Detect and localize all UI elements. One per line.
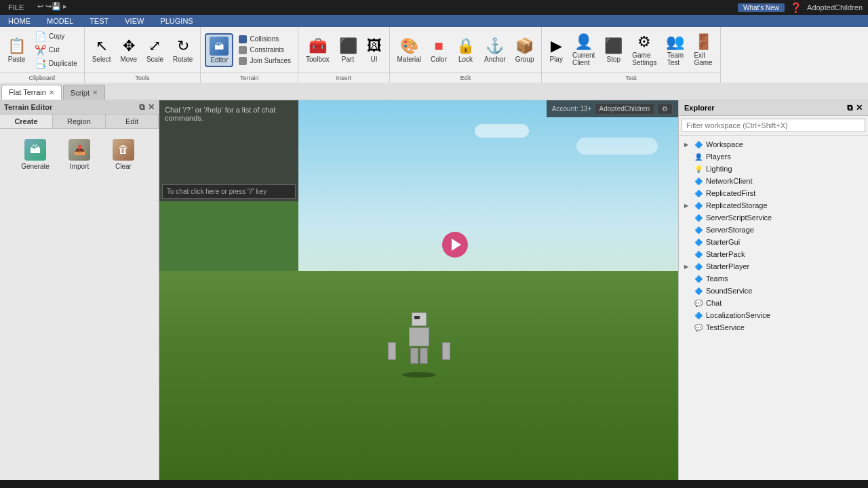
team-test-button[interactable]: 👥Team Test: [663, 31, 688, 68]
constraints-button[interactable]: Constraints: [236, 45, 294, 55]
character-head: [412, 312, 427, 326]
viewport-settings-btn[interactable]: ⚙: [657, 103, 673, 115]
import-label: Import: [70, 163, 89, 170]
tab-script[interactable]: Script ✕: [63, 85, 105, 100]
account-label: Account: 13+: [552, 105, 592, 113]
tree-item-localizationservice[interactable]: 🔷 LocalizationService: [679, 309, 868, 321]
tree-item-players[interactable]: 👤 Players: [679, 150, 868, 163]
tree-item-starterpack[interactable]: 🔷 StarterPack: [679, 248, 868, 260]
ribbon-tab-view[interactable]: VIEW: [117, 15, 152, 27]
chat-panel: Chat '/?'' or '/help' for a list of chat…: [159, 100, 298, 201]
ribbon-group-edit: 🎨Material ■Color 🔒Lock ⚓Anchor 📦Group Ed…: [390, 27, 542, 83]
username-label: AdoptedChildren: [807, 3, 863, 12]
ribbon-tab-plugins[interactable]: PLUGINS: [152, 15, 201, 27]
chat-messages: Chat '/?'' or '/help' for a list of chat…: [159, 100, 298, 182]
ribbon-tab-model[interactable]: MODEL: [39, 15, 81, 27]
terrain-tab-create[interactable]: Create: [0, 115, 53, 128]
color-button[interactable]: ■Color: [427, 35, 450, 65]
panel-float-icon[interactable]: ⧉: [139, 102, 145, 112]
chat-input[interactable]: To chat click here or press "/" key: [162, 184, 296, 199]
ribbon-tabs: HOME MODEL TEST VIEW PLUGINS: [0, 15, 868, 27]
explorer-close-icon[interactable]: ✕: [856, 103, 863, 113]
tab-flat-terrain[interactable]: Flat Terrain ✕: [1, 85, 62, 100]
current-client-button[interactable]: 👤Current Client: [569, 31, 598, 68]
duplicate-button[interactable]: 📑Duplicate: [32, 58, 80, 70]
explorer-float-icon[interactable]: ⧉: [847, 103, 853, 113]
terrain-tab-edit[interactable]: Edit: [106, 115, 159, 128]
tree-item-networkclient[interactable]: 🔷 NetworkClient: [679, 175, 868, 187]
terrain-tab-region[interactable]: Region: [53, 115, 106, 128]
clear-tool-button[interactable]: 🗑 Clear: [105, 136, 142, 174]
chat-hint: Chat '/?'' or '/help' for a list of chat…: [165, 106, 275, 122]
ribbon-group-clipboard: 📋 Paste 📄Copy ✂️Cut 📑Duplicate Clipboard: [0, 27, 85, 83]
tree-item-testservice[interactable]: 💬 TestService: [679, 321, 868, 333]
terrain-tools-row: 🏔 Generate 📥 Import 🗑 Clear: [7, 136, 152, 174]
ribbon: HOME MODEL TEST VIEW PLUGINS 📋 Paste 📄Co…: [0, 15, 868, 83]
select-button[interactable]: ↖Select: [89, 35, 115, 65]
chat-icon: 💬: [694, 298, 703, 308]
anchor-button[interactable]: ⚓Anchor: [481, 35, 509, 65]
viewport[interactable]: Chat '/?'' or '/help' for a list of chat…: [159, 100, 678, 480]
game-settings-button[interactable]: ⚙Game Settings: [629, 31, 660, 68]
scale-button[interactable]: ⤢Scale: [143, 35, 167, 65]
import-tool-button[interactable]: 📥 Import: [61, 136, 98, 174]
quick-access[interactable]: ↩ ↪💾 ▸: [37, 2, 67, 13]
tabs-row: Flat Terrain ✕ Script ✕: [0, 83, 868, 100]
paste-button[interactable]: 📋 Paste: [4, 35, 29, 65]
tab-close-script[interactable]: ✕: [92, 89, 98, 96]
join-surfaces-button[interactable]: Join Surfaces: [236, 56, 294, 66]
tree-item-chat[interactable]: 💬 Chat: [679, 297, 868, 309]
tree-item-replicatedfirst[interactable]: 🔷 ReplicatedFirst: [679, 187, 868, 199]
character-arm-right: [442, 342, 450, 360]
generate-tool-button[interactable]: 🏔 Generate: [17, 136, 54, 174]
copy-button[interactable]: 📄Copy: [32, 30, 80, 43]
workspace-icon: 🔷: [694, 140, 703, 149]
group-button[interactable]: 📦Group: [512, 35, 538, 65]
material-button[interactable]: 🎨Material: [394, 35, 425, 65]
workspace-chevron: ▶: [684, 142, 691, 148]
roblox-character: [399, 312, 439, 373]
chat-input-area: To chat click here or press "/" key: [159, 182, 298, 201]
move-button[interactable]: ✥Move: [117, 35, 140, 65]
top-bar-right: What's New ❓ AdoptedChildren: [738, 2, 863, 13]
whats-new-button[interactable]: What's New: [738, 3, 785, 12]
networkclient-icon: 🔷: [694, 176, 703, 186]
tree-item-lighting[interactable]: 💡 Lighting: [679, 163, 868, 175]
tree-item-soundservice[interactable]: 🔷 SoundService: [679, 285, 868, 297]
testservice-icon: 💬: [694, 323, 703, 332]
help-icon[interactable]: ❓: [790, 2, 802, 13]
tree-item-replicatedstorage[interactable]: ▶ 🔷 ReplicatedStorage: [679, 199, 868, 211]
tree-item-teams[interactable]: 🔷 Teams: [679, 272, 868, 285]
stop-button[interactable]: ⬛Stop: [601, 35, 626, 65]
part-button[interactable]: ⬛Part: [336, 35, 361, 65]
character-shadow: [402, 372, 436, 378]
ribbon-tab-home[interactable]: HOME: [0, 15, 39, 27]
lock-button[interactable]: 🔒Lock: [453, 35, 478, 65]
panel-close-icon[interactable]: ✕: [148, 102, 155, 112]
top-bar: FILE ↩ ↪💾 ▸ What's New ❓ AdoptedChildren: [0, 0, 868, 15]
cut-button[interactable]: ✂️Cut: [32, 44, 80, 56]
tree-item-serverstorage[interactable]: 🔷 ServerStorage: [679, 224, 868, 236]
ui-button[interactable]: 🖼UI: [363, 35, 385, 65]
viewport-topbar: Account: 13+ AdoptedChildren ⚙: [547, 100, 678, 117]
replicatedfirst-icon: 🔷: [694, 188, 703, 198]
viewport-user-button[interactable]: AdoptedChildren: [595, 103, 655, 115]
tab-close-flat-terrain[interactable]: ✕: [49, 89, 54, 96]
play-triangle-icon: [452, 239, 461, 251]
menu-file[interactable]: FILE: [5, 2, 26, 13]
play-button[interactable]: ▶Play: [546, 35, 566, 65]
ribbon-group-terrain: 🏔 Editor Collisions Constraints Join Sur…: [201, 27, 298, 83]
ribbon-tab-test[interactable]: TEST: [81, 15, 117, 27]
tree-item-workspace[interactable]: ▶ 🔷 Workspace: [679, 138, 868, 150]
starterpack-icon: 🔷: [694, 249, 703, 259]
tree-item-starterplayer[interactable]: ▶ 🔷 StarterPlayer: [679, 260, 868, 272]
tree-item-serverscriptservice[interactable]: 🔷 ServerScriptService: [679, 211, 868, 224]
explorer-search: [679, 116, 868, 136]
editor-button[interactable]: 🏔 Editor: [205, 33, 233, 67]
exit-game-button[interactable]: 🚪Exit Game: [690, 31, 715, 68]
toolbox-button[interactable]: 🧰Toolbox: [302, 35, 332, 65]
explorer-search-input[interactable]: [682, 119, 865, 132]
tree-item-startergui[interactable]: 🔷 StarterGui: [679, 236, 868, 248]
collisions-button[interactable]: Collisions: [236, 35, 294, 44]
rotate-button[interactable]: ↻Rotate: [170, 35, 196, 65]
